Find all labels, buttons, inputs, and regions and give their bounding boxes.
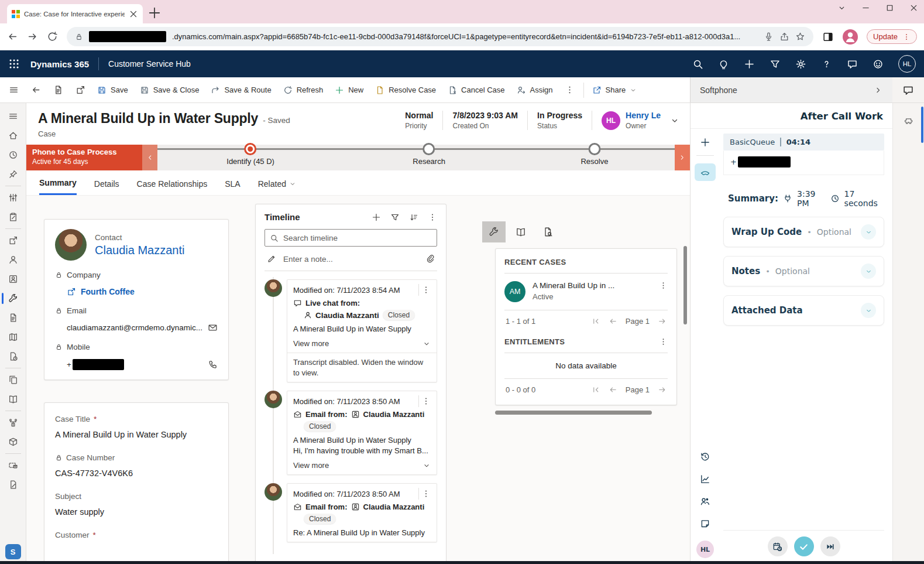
save-close-button[interactable]: Save & Close	[134, 77, 205, 102]
sitemap-knowledge-base[interactable]	[0, 389, 26, 409]
expand-attached-data-button[interactable]	[861, 303, 876, 318]
sitemap-invoices[interactable]	[0, 308, 26, 327]
entry-more-icon[interactable]	[421, 396, 431, 406]
notes-icon[interactable]	[700, 518, 710, 529]
notes-accordion[interactable]: Notes • Optional	[723, 256, 884, 286]
expand-chevron-icon[interactable]	[423, 462, 431, 470]
app-name[interactable]: Customer Service Hub	[108, 59, 191, 69]
sitemap-drafts[interactable]	[0, 475, 26, 494]
sitemap-products[interactable]	[0, 432, 26, 452]
schedule-callback-button[interactable]	[768, 536, 788, 556]
teams-chat-icon[interactable]	[847, 59, 858, 70]
case-title-value[interactable]: A Mineral Build Up in Water Supply	[55, 430, 218, 439]
stage-identify[interactable]: Identify (45 D)	[226, 143, 274, 166]
call-phone-icon[interactable]	[208, 360, 218, 370]
prev-page-icon[interactable]	[609, 317, 617, 326]
refresh-button[interactable]: Refresh	[277, 77, 329, 102]
entry-from[interactable]: Claudia Mazzanti	[363, 410, 425, 419]
view-more-row[interactable]: View more	[293, 339, 431, 348]
view-more-row[interactable]: View more	[293, 461, 431, 470]
sitemap-articles[interactable]	[0, 370, 26, 389]
address-bar[interactable]: .dynamics.com/main.aspx?appid=6685b74b-f…	[67, 27, 813, 46]
browser-profile-avatar[interactable]	[843, 29, 858, 45]
service-area-switcher[interactable]: S	[5, 544, 21, 559]
horizontal-scrollbar[interactable]	[495, 411, 652, 415]
softphone-pane-header[interactable]: Softphone	[690, 77, 892, 102]
go-back-button[interactable]	[25, 77, 47, 102]
browser-tab[interactable]: Case: Case for Interactive experie	[7, 4, 143, 23]
timeline-search-box[interactable]	[265, 229, 437, 247]
collapse-pane-icon[interactable]	[874, 86, 883, 95]
app-launcher-icon[interactable]	[8, 58, 20, 70]
reload-icon[interactable]	[47, 31, 58, 42]
stage-resolve[interactable]: Resolve	[580, 143, 608, 166]
process-scroll-right[interactable]	[675, 145, 690, 170]
split-screen-icon[interactable]	[822, 31, 834, 43]
process-scroll-left[interactable]	[142, 145, 157, 170]
bookmark-icon[interactable]	[795, 32, 805, 42]
stage-resolve-dot[interactable]	[588, 143, 600, 155]
more-commands-button[interactable]	[559, 77, 581, 102]
skip-acw-button[interactable]	[820, 536, 840, 556]
https-lock-icon[interactable]	[75, 33, 83, 41]
sitemap-activities[interactable]	[0, 207, 26, 227]
email-value[interactable]: claudiamazzanti@crmdemo.dynamic...	[67, 323, 202, 332]
entry-more-icon[interactable]	[421, 489, 431, 498]
sitemap-dashboards[interactable]	[0, 188, 26, 207]
vertical-scrollbar[interactable]	[683, 246, 687, 324]
timeline-filter-icon[interactable]	[390, 213, 400, 222]
browser-menu-icon[interactable]	[902, 33, 911, 41]
stage-identify-dot[interactable]	[245, 143, 257, 155]
settings-gear-icon[interactable]	[795, 59, 806, 70]
feedback-smiley-icon[interactable]	[873, 59, 884, 70]
minimize-icon[interactable]	[861, 4, 870, 12]
save-route-button[interactable]: Save & Route	[205, 77, 277, 102]
filter-icon[interactable]	[770, 59, 781, 70]
related-tab-cases[interactable]	[482, 221, 506, 242]
recent-case-row[interactable]: AM A Mineral Build Up in ... Active	[504, 280, 668, 303]
assign-button[interactable]: Assign	[511, 77, 559, 102]
forward-icon[interactable]	[27, 31, 38, 42]
tab-details[interactable]: Details	[94, 177, 119, 195]
sitemap-accounts[interactable]	[0, 269, 26, 289]
prev-page-icon[interactable]	[609, 385, 617, 394]
sitemap-menu-button[interactable]	[0, 107, 26, 126]
attach-file-icon[interactable]	[425, 254, 435, 264]
timeline-search-input[interactable]	[283, 234, 432, 242]
maximize-icon[interactable]	[885, 4, 894, 12]
voice-search-icon[interactable]	[764, 32, 774, 42]
contact-name-link[interactable]: Claudia Mazzanti	[95, 244, 184, 257]
timeline-more-icon[interactable]	[428, 213, 437, 222]
save-button[interactable]: Save	[91, 77, 134, 102]
entitlements-more-icon[interactable]	[659, 337, 668, 346]
expand-notes-button[interactable]	[861, 264, 876, 279]
related-tab-search[interactable]	[536, 221, 559, 242]
related-tab-knowledge[interactable]	[509, 221, 533, 242]
entry-more-icon[interactable]	[421, 285, 431, 295]
tab-search-icon[interactable]	[837, 4, 846, 12]
timeline-entry-email-1[interactable]: Modified on: 7/11/2023 8:50 AM Email fro…	[265, 391, 437, 475]
entry-subject[interactable]: A Mineral Build Up in Water Supply	[293, 324, 431, 333]
quick-create-icon[interactable]	[744, 59, 755, 70]
owner-field[interactable]: HL Henry Le Owner	[592, 111, 667, 130]
cancel-case-button[interactable]: Cancel Case	[442, 77, 510, 102]
expand-chevron-icon[interactable]	[423, 340, 431, 348]
view-more-label[interactable]: View more	[293, 339, 329, 348]
sitemap-connections[interactable]	[0, 413, 26, 432]
process-label[interactable]: Phone to Case Process Active for 45 days	[26, 145, 142, 170]
contacts-directory-icon[interactable]	[700, 496, 710, 507]
header-expand-icon[interactable]	[670, 116, 679, 125]
timeline-sort-icon[interactable]	[409, 213, 418, 222]
tab-close-icon[interactable]	[129, 9, 138, 19]
send-email-icon[interactable]	[208, 323, 218, 333]
url-text[interactable]: .dynamics.com/main.aspx?appid=6685b74b-f…	[172, 32, 758, 41]
stage-research-dot[interactable]	[423, 143, 435, 155]
share-button[interactable]: Share	[586, 77, 643, 102]
search-icon[interactable]	[692, 59, 703, 70]
suggestions-icon[interactable]	[718, 59, 729, 70]
company-value[interactable]: Fourth Coffee	[81, 287, 135, 296]
open-new-window-button[interactable]	[69, 77, 91, 102]
stats-icon[interactable]	[700, 474, 710, 484]
case-number-value[interactable]: CAS-47732-V4V6K6	[55, 469, 218, 478]
timeline-add-icon[interactable]	[372, 213, 381, 222]
